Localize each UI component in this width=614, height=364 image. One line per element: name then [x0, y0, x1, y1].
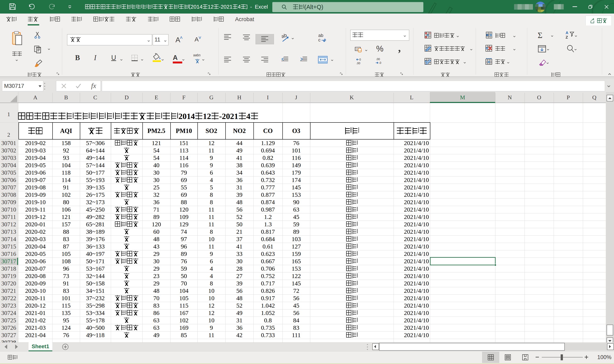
svg-text:c: c	[318, 37, 321, 42]
svg-text:Z: Z	[566, 35, 568, 39]
svg-text:A: A	[566, 31, 568, 35]
svg-text:0: 0	[359, 58, 361, 61]
svg-text:.00: .00	[356, 62, 360, 65]
svg-text:.0: .0	[379, 61, 381, 65]
svg-text:.00: .00	[376, 57, 380, 61]
